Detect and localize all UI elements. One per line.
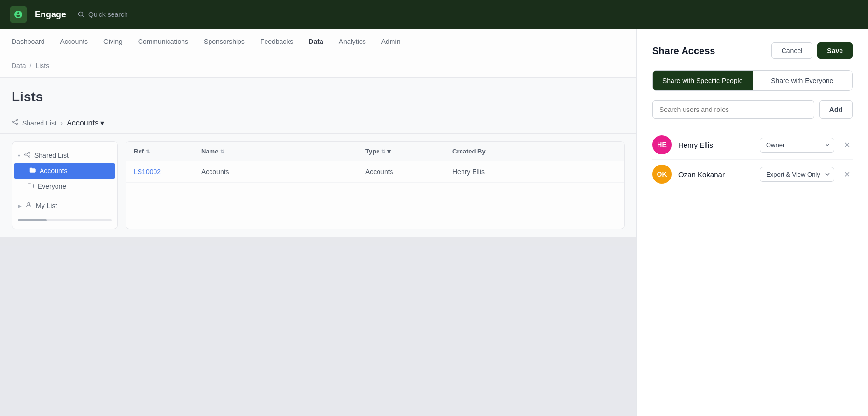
svg-point-1	[12, 122, 14, 123]
user-row-ozan: OK Ozan Kokanar Owner Editor Viewer Expo…	[652, 160, 853, 189]
table-row: LS10002 Accounts Accounts Henry Ellis	[126, 161, 624, 183]
filter-active-item[interactable]: Accounts ▾	[67, 118, 104, 127]
page-header: Lists	[0, 78, 636, 112]
svg-point-4	[25, 154, 26, 155]
search-placeholder: Quick search	[88, 11, 128, 18]
svg-point-3	[17, 124, 18, 125]
expand-arrow-mylist: ▶	[18, 203, 22, 208]
sidebar-item-accounts[interactable]: Accounts	[14, 163, 115, 179]
sort-ref-icon: ⇅	[146, 149, 150, 154]
user-row-henry: HE Henry Ellis Owner Editor Viewer Expor…	[652, 130, 853, 160]
sidebar-section-mylist: ▶ My List	[12, 196, 117, 215]
share-icon	[12, 119, 18, 127]
sidebar-my-list-label: My List	[36, 202, 57, 209]
filter-type-icon: ▾	[387, 148, 391, 155]
search-input-wrap[interactable]	[652, 100, 814, 119]
modal-actions: Cancel Save	[771, 42, 853, 59]
sidebar-item-shared-list[interactable]: ▾ Shared List	[12, 148, 117, 163]
quick-search[interactable]: Quick search	[78, 11, 128, 18]
page-title: Lists	[12, 89, 625, 105]
avatar-ozan: OK	[652, 165, 672, 184]
nav-giving[interactable]: Giving	[103, 36, 123, 47]
svg-point-5	[29, 152, 30, 153]
sidebar-section-shared: ▾ Shared List	[12, 146, 117, 196]
sidebar-item-everyone[interactable]: Everyone	[12, 179, 117, 194]
share-icon-sidebar	[24, 152, 30, 159]
share-access-panel: Share Access Cancel Save Share with Spec…	[636, 29, 868, 416]
expand-arrow: ▾	[18, 153, 20, 158]
col-name[interactable]: Name ⇅	[201, 148, 365, 155]
user-name-ozan: Ozan Kokanar	[678, 170, 753, 179]
tab-switcher: Share with Specific People Share with Ev…	[652, 70, 853, 91]
tab-everyone[interactable]: Share with Everyone	[753, 71, 853, 90]
cell-created-by: Henry Ellis	[452, 168, 616, 176]
main-content: ▾ Shared List	[0, 134, 636, 237]
nav-data[interactable]: Data	[308, 36, 323, 47]
sort-type-icon: ⇅	[381, 149, 385, 154]
breadcrumb-sep: /	[30, 62, 32, 69]
app-logo	[10, 6, 27, 23]
svg-point-2	[17, 120, 18, 121]
remove-ozan-button[interactable]: ✕	[841, 168, 853, 180]
save-button[interactable]: Save	[817, 42, 853, 59]
svg-point-7	[28, 203, 30, 205]
sidebar-item-my-list[interactable]: ▶ My List	[12, 198, 117, 213]
col-created-by: Created By	[452, 148, 616, 155]
filter-arrow: ›	[60, 119, 63, 127]
remove-henry-button[interactable]: ✕	[841, 139, 853, 151]
sidebar: ▾ Shared List	[12, 141, 118, 229]
scroll-thumb	[18, 219, 47, 221]
data-table: Ref ⇅ Name ⇅ Type ⇅ ▾ Created By	[126, 141, 625, 229]
table-header: Ref ⇅ Name ⇅ Type ⇅ ▾ Created By	[126, 142, 624, 161]
search-add-row: Add	[652, 100, 853, 119]
avatar-henry: HE	[652, 135, 672, 154]
cell-type: Accounts	[365, 168, 452, 176]
breadcrumb: Data / Lists	[0, 54, 636, 78]
sidebar-accounts-label: Accounts	[40, 167, 68, 175]
folder-icon-accounts	[29, 167, 36, 175]
scroll-track	[18, 219, 112, 221]
filter-bar: Shared List › Accounts ▾	[0, 112, 636, 134]
role-select-ozan[interactable]: Owner Editor Viewer Export & View Only	[760, 167, 834, 182]
role-select-henry[interactable]: Owner Editor Viewer Export & View Only	[760, 138, 834, 153]
breadcrumb-data[interactable]: Data	[12, 62, 26, 69]
user-name-henry: Henry Ellis	[678, 141, 753, 149]
filter-chevron: ▾	[100, 118, 104, 127]
col-type[interactable]: Type ⇅ ▾	[365, 148, 452, 155]
modal-title: Share Access	[652, 45, 715, 56]
sidebar-everyone-label: Everyone	[38, 182, 66, 190]
app-name: Engage	[35, 10, 66, 20]
filter-shared-list[interactable]: Shared List	[22, 119, 56, 127]
cell-name: Accounts	[201, 168, 365, 176]
nav-analytics[interactable]: Analytics	[339, 36, 366, 47]
sub-navbar: Dashboard Accounts Giving Communications…	[0, 29, 636, 54]
sidebar-shared-list-label: Shared List	[34, 152, 69, 159]
cell-ref[interactable]: LS10002	[134, 168, 201, 176]
cancel-button[interactable]: Cancel	[771, 42, 813, 59]
tab-specific-people[interactable]: Share with Specific People	[653, 71, 753, 90]
top-navbar: Engage Quick search	[0, 0, 868, 29]
folder-icon-everyone	[28, 182, 34, 190]
nav-sponsorships[interactable]: Sponsorships	[204, 36, 245, 47]
modal-header: Share Access Cancel Save	[652, 42, 853, 59]
nav-admin[interactable]: Admin	[381, 36, 401, 47]
col-ref[interactable]: Ref ⇅	[134, 148, 201, 155]
breadcrumb-lists[interactable]: Lists	[35, 62, 49, 69]
content-area: Dashboard Accounts Giving Communications…	[0, 29, 868, 416]
sort-name-icon: ⇅	[220, 149, 224, 154]
nav-accounts[interactable]: Accounts	[60, 36, 88, 47]
nav-dashboard[interactable]: Dashboard	[12, 36, 45, 47]
nav-communications[interactable]: Communications	[138, 36, 188, 47]
add-button[interactable]: Add	[819, 100, 853, 119]
search-input[interactable]	[659, 106, 807, 113]
left-panel: Dashboard Accounts Giving Communications…	[0, 29, 636, 416]
nav-feedbacks[interactable]: Feedbacks	[260, 36, 293, 47]
user-icon	[26, 202, 32, 209]
svg-point-6	[29, 156, 30, 157]
